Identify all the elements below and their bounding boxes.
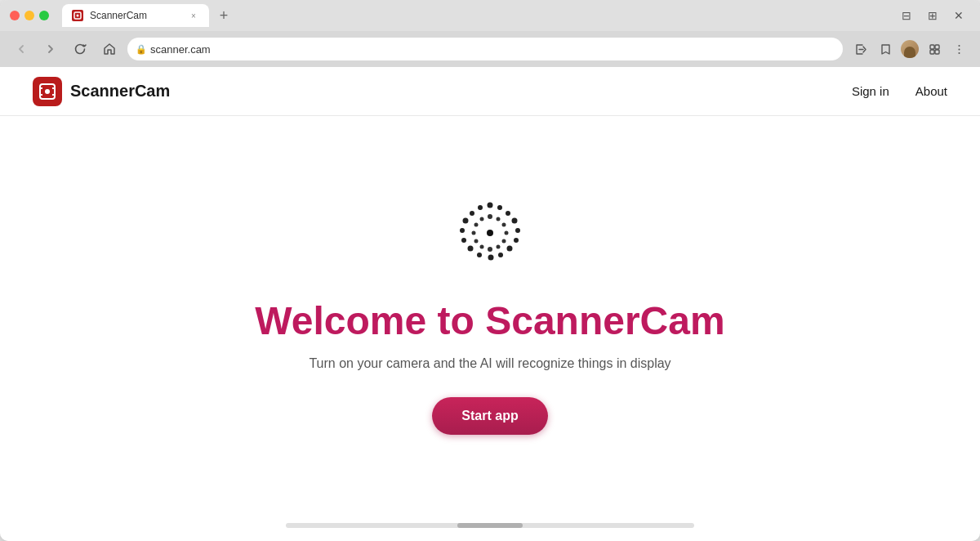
svg-point-31 — [488, 214, 492, 219]
svg-point-35 — [474, 222, 479, 226]
hero-subtitle: Turn on your camera and the AI will reco… — [309, 356, 670, 371]
page-scrollbar[interactable] — [286, 523, 694, 528]
minimize-window-button[interactable] — [24, 11, 34, 20]
tab-title: ScannerCam — [90, 10, 181, 21]
browser-window: ScannerCam × + ⊟ ⊞ ✕ — [0, 0, 980, 541]
tab-favicon — [72, 10, 83, 21]
svg-point-36 — [505, 230, 509, 235]
svg-point-10 — [45, 89, 50, 94]
svg-rect-4 — [930, 50, 934, 54]
page-content: ScannerCam Sign in About — [0, 67, 980, 541]
svg-point-25 — [461, 238, 466, 243]
hero-scan-icon — [449, 190, 531, 272]
toolbar-icons — [849, 38, 970, 60]
tab-bar: ScannerCam × + ⊟ ⊞ ✕ — [62, 4, 970, 27]
svg-point-1 — [77, 15, 79, 17]
svg-point-39 — [474, 239, 479, 243]
svg-point-34 — [502, 222, 506, 226]
back-button[interactable] — [10, 38, 33, 60]
window-controls-right: ⊟ ⊞ ✕ — [895, 4, 970, 27]
window-minimize-icon[interactable]: ⊟ — [895, 4, 918, 27]
address-bar: 🔒 — [0, 31, 980, 67]
menu-icon[interactable] — [947, 38, 970, 60]
main-content: Welcome to ScannerCam Turn on your camer… — [0, 116, 980, 541]
svg-point-20 — [512, 217, 518, 223]
svg-point-8 — [958, 52, 960, 54]
svg-point-17 — [478, 205, 483, 210]
svg-point-15 — [488, 202, 493, 208]
tab-close-button[interactable]: × — [188, 10, 199, 21]
home-button[interactable] — [98, 38, 121, 60]
sign-in-link[interactable]: Sign in — [852, 84, 889, 98]
svg-rect-2 — [930, 45, 934, 49]
start-app-button[interactable]: Start app — [432, 397, 547, 435]
logo-icon — [33, 77, 62, 106]
svg-point-37 — [472, 230, 476, 235]
svg-point-19 — [470, 211, 474, 216]
site-name: ScannerCam — [70, 82, 170, 101]
nav-links: Sign in About — [852, 84, 947, 98]
svg-point-24 — [514, 238, 519, 243]
svg-point-33 — [480, 217, 484, 221]
close-window-button[interactable] — [10, 11, 20, 20]
svg-point-26 — [507, 245, 513, 251]
svg-point-32 — [497, 217, 501, 221]
address-wrapper: 🔒 — [127, 38, 843, 60]
reload-button[interactable] — [69, 38, 91, 60]
svg-point-6 — [958, 45, 960, 47]
active-tab[interactable]: ScannerCam × — [62, 4, 209, 27]
svg-point-22 — [515, 228, 520, 233]
svg-point-23 — [460, 228, 465, 233]
maximize-window-button[interactable] — [39, 11, 49, 20]
new-tab-button[interactable]: + — [212, 4, 235, 27]
site-logo[interactable]: ScannerCam — [33, 77, 170, 106]
svg-point-7 — [958, 48, 960, 50]
address-input[interactable] — [127, 38, 843, 60]
svg-point-42 — [488, 247, 492, 252]
forward-button[interactable] — [39, 38, 62, 60]
profile-icon[interactable] — [898, 38, 921, 60]
svg-point-41 — [480, 244, 484, 248]
svg-point-28 — [498, 253, 503, 257]
svg-point-40 — [497, 244, 501, 248]
hero-title: Welcome to ScannerCam — [255, 298, 724, 343]
svg-point-18 — [506, 211, 510, 216]
window-maximize-icon[interactable]: ⊞ — [921, 4, 944, 27]
svg-point-16 — [497, 205, 502, 210]
title-bar: ScannerCam × + ⊟ ⊞ ✕ — [0, 0, 980, 31]
extensions-icon[interactable] — [923, 38, 946, 60]
share-icon[interactable] — [849, 38, 872, 60]
bookmark-icon[interactable] — [874, 38, 897, 60]
svg-point-29 — [477, 253, 482, 257]
svg-point-21 — [463, 217, 469, 223]
about-link[interactable]: About — [915, 84, 947, 98]
svg-rect-3 — [935, 45, 939, 49]
site-nav: ScannerCam Sign in About — [0, 67, 980, 116]
window-close-icon[interactable]: ✕ — [947, 4, 970, 27]
svg-point-30 — [488, 254, 494, 260]
scrollbar-thumb — [457, 523, 523, 528]
svg-rect-5 — [935, 50, 939, 54]
svg-point-43 — [487, 230, 493, 236]
traffic-lights — [10, 11, 49, 20]
svg-point-27 — [468, 245, 474, 251]
svg-point-38 — [502, 239, 506, 243]
